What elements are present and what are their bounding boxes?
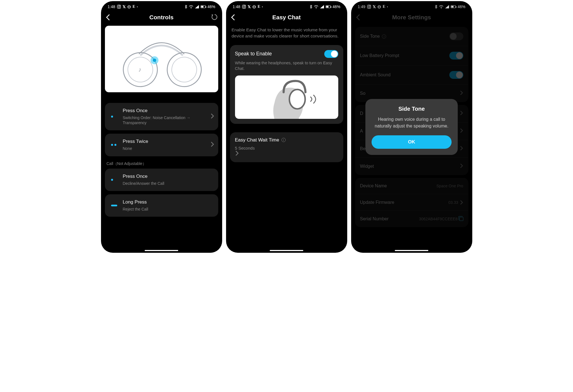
wait-title: Easy Chat Wait Time (235, 137, 279, 143)
long-press-row: Long Press Reject the Call (105, 194, 218, 217)
headphones-icon: ♪ (105, 26, 218, 92)
svg-marker-21 (320, 5, 324, 8)
call-press-once-title: Press Once (123, 174, 206, 179)
app-e-icon: E (258, 4, 260, 9)
x-logo-icon: 𝕏 (248, 4, 251, 9)
easy-chat-description: Enable Easy Chat to lower the music volu… (226, 24, 347, 41)
instagram-icon (242, 5, 246, 9)
bluetooth-icon (309, 5, 312, 9)
svg-rect-0 (117, 5, 121, 8)
press-twice-sub: None (123, 146, 206, 151)
page-title: Controls (149, 14, 173, 21)
signal-icon (195, 5, 199, 8)
chevron-right-icon (235, 152, 239, 157)
press-once-sub: Switching Order: Noise Cancellation → Tr… (123, 115, 206, 125)
reset-button[interactable] (211, 13, 218, 22)
wait-time-row[interactable]: Easy Chat Wait Time i 5 Seconds (230, 132, 343, 162)
modal-body: Hearing own voice during a call to natur… (372, 116, 452, 129)
speak-to-enable-card: Speak to Enable While wearing the headph… (230, 45, 343, 124)
side-tone-modal: Side Tone Hearing own voice during a cal… (365, 99, 458, 155)
press-once-icon (111, 179, 113, 181)
svg-point-22 (289, 89, 305, 108)
status-time: 1:48 (233, 4, 240, 9)
svg-point-17 (245, 6, 245, 6)
circle-icon (252, 5, 256, 9)
press-twice-icon (111, 144, 116, 146)
modal-title: Side Tone (372, 106, 452, 112)
battery-pct: 46% (332, 4, 340, 9)
headphone-illustration-card: ♪ (105, 26, 218, 92)
wait-value: 5 Seconds (235, 146, 331, 150)
battery-icon (326, 5, 331, 8)
call-press-once-sub: Decline/Answer the Call (123, 181, 206, 186)
back-button[interactable] (230, 13, 237, 22)
svg-marker-6 (195, 5, 199, 8)
press-once-title: Press Once (123, 108, 206, 114)
svg-marker-7 (212, 15, 213, 16)
circle-icon (127, 5, 131, 9)
battery-icon (201, 5, 206, 8)
screen-controls: 1:48 𝕏 E • 46% Controls ♪ (101, 1, 222, 253)
back-button[interactable] (105, 13, 112, 22)
page-title: Easy Chat (272, 14, 301, 21)
svg-point-14 (153, 58, 156, 62)
wifi-icon (314, 5, 318, 9)
svg-rect-15 (242, 5, 246, 8)
speak-title: Speak to Enable (235, 51, 272, 57)
header: Controls (101, 11, 222, 24)
ok-button[interactable]: OK (372, 135, 452, 149)
press-once-icon (111, 116, 113, 118)
chevron-right-icon (210, 113, 214, 120)
call-section-label: Call（Not Adjustable） (107, 161, 222, 166)
instagram-icon (117, 5, 121, 9)
app-e-icon: E (133, 4, 135, 9)
svg-point-20 (316, 8, 317, 8)
speak-illustration (235, 75, 338, 119)
svg-text:♪: ♪ (138, 66, 141, 73)
svg-point-16 (243, 6, 245, 8)
status-bar: 1:48 𝕏 E • 46% (101, 1, 222, 11)
press-twice-title: Press Twice (123, 139, 206, 144)
svg-point-11 (169, 55, 199, 85)
long-press-sub: Reject the Call (123, 207, 206, 212)
more-dot-icon: • (262, 5, 263, 8)
header: Easy Chat (226, 11, 347, 24)
svg-point-1 (118, 6, 120, 8)
long-press-title: Long Press (123, 199, 206, 205)
press-twice-row[interactable]: Press Twice None (105, 134, 218, 156)
x-logo-icon: 𝕏 (123, 4, 126, 9)
svg-point-10 (163, 49, 205, 90)
call-press-once-row: Press Once Decline/Answer the Call (105, 169, 218, 191)
status-bar: 1:48 𝕏 E • 46% (226, 1, 347, 11)
info-icon[interactable]: i (281, 138, 286, 142)
svg-point-5 (191, 8, 192, 8)
press-once-row[interactable]: Press Once Switching Order: Noise Cancel… (105, 103, 218, 130)
signal-icon (320, 5, 324, 8)
long-press-icon (111, 205, 117, 206)
bluetooth-icon (184, 5, 187, 9)
screen-easy-chat: 1:48 𝕏 E • 46% Easy Chat Enable Easy Cha… (226, 1, 347, 253)
speak-toggle[interactable] (324, 50, 338, 58)
home-indicator[interactable] (395, 250, 428, 251)
speak-desc: While wearing the headphones, speak to t… (235, 60, 338, 72)
status-time: 1:48 (108, 4, 115, 9)
home-indicator[interactable] (145, 250, 178, 251)
chevron-right-icon (210, 141, 214, 148)
modal-backdrop[interactable]: Side Tone Hearing own voice during a cal… (351, 1, 472, 253)
home-indicator[interactable] (270, 250, 303, 251)
battery-pct: 46% (207, 4, 215, 9)
wifi-icon (189, 5, 193, 9)
svg-point-2 (119, 6, 120, 6)
screen-more-settings: 1:49 𝕏 E • 46% More Settings Side Tonei (351, 1, 472, 253)
more-dot-icon: • (137, 5, 138, 8)
